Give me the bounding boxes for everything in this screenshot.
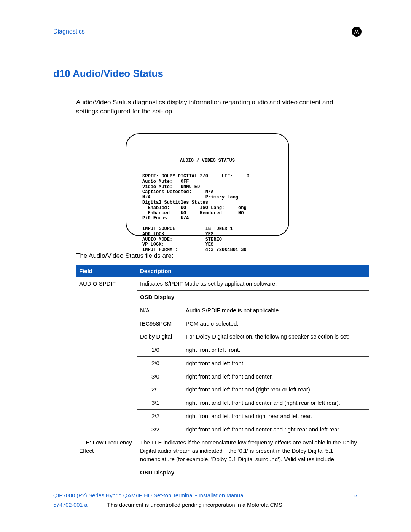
- footer-doc-title: QIP7000 (P2) Series Hybrid QAM/IP HD Set…: [53, 492, 245, 500]
- field-name: AUDIO SPDIF: [76, 277, 137, 290]
- osd-body: SPDIF: DOLBY DIGITAL 2/0 LFE: 0 Audio Mu…: [142, 174, 272, 253]
- subtable-key: IEC958PCM: [140, 320, 186, 328]
- field-description: The LFE indicates if the nomenclature lo…: [137, 436, 369, 466]
- subtable-value: right front and left front and center.: [186, 372, 361, 381]
- subtable-value: right front and left front and center an…: [186, 425, 361, 434]
- subtable-value: For Dolby Digital selection, the followi…: [186, 332, 361, 341]
- section-intro: Audio/Video Status diagnostics display i…: [76, 98, 346, 117]
- subtable-row: Dolby DigitalFor Dolby Digital selection…: [137, 330, 369, 343]
- subtable-row: IEC958PCMPCM audio selected.: [137, 317, 369, 330]
- subtable-row: 1/0right front or left front.: [137, 343, 369, 357]
- footer-page-number: 57: [352, 492, 358, 500]
- subtable-key: 2/1: [140, 385, 186, 394]
- subtable-key: Dolby Digital: [140, 332, 186, 341]
- osd-title: AUDIO / VIDEO STATUS: [142, 158, 272, 164]
- subtable-key: 1/0: [140, 346, 186, 354]
- subtable-row: N/AAudio S/PDIF mode is not applicable.: [137, 304, 369, 317]
- subtable-value: right front and left front.: [186, 359, 361, 367]
- subtable-value: right front and left front and (right re…: [186, 385, 361, 394]
- field-name: LFE: Low Frequency Effect: [76, 436, 137, 466]
- footer-doc-number: 574702-001 a: [53, 501, 88, 509]
- subtable-value: Audio S/PDIF mode is not applicable.: [186, 306, 361, 315]
- subtable-row: 2/0right front and left front.: [137, 356, 369, 370]
- subtable-key: 3/0: [140, 372, 186, 381]
- subtable-value: PCM audio selected.: [186, 320, 361, 328]
- osd-display-subheader: OSD Display: [137, 466, 369, 479]
- subtable-key: 2/2: [140, 412, 186, 420]
- subtable-key: 3/1: [140, 399, 186, 407]
- page-footer: QIP7000 (P2) Series Hybrid QAM/IP HD Set…: [53, 492, 358, 509]
- col-header-description: Description: [137, 265, 369, 278]
- subtable-value: right front and left front and center an…: [186, 399, 361, 407]
- page-header: Diagnostics: [53, 27, 362, 40]
- section-title: d10 Audio/Video Status: [53, 67, 362, 81]
- col-header-field: Field: [76, 265, 137, 278]
- osd-display-panel: AUDIO / VIDEO STATUS SPDIF: DOLBY DIGITA…: [126, 133, 289, 236]
- fields-table: Field Description AUDIO SPDIFIndicates S…: [76, 265, 369, 479]
- osd-display-subheader: OSD Display: [137, 291, 369, 304]
- subtable-key: 2/0: [140, 359, 186, 367]
- footer-disclaimer: This document is uncontrolled pending in…: [107, 501, 282, 509]
- subtable-key: 3/2: [140, 425, 186, 434]
- subtable-row: 3/0right front and left front and center…: [137, 370, 369, 383]
- subtable-value: right front or left front.: [186, 346, 361, 354]
- subtable-row: 2/2right front and left front and right …: [137, 409, 369, 423]
- subtable-key: N/A: [140, 306, 186, 315]
- breadcrumb: Diagnostics: [53, 27, 85, 36]
- motorola-logo-icon: [352, 27, 362, 37]
- field-description: Indicates S/PDIF Mode as set by applicat…: [137, 277, 369, 290]
- subtable-row: 3/1right front and left front and center…: [137, 396, 369, 410]
- subtable-row: 3/2right front and left front and center…: [137, 423, 369, 436]
- subtable-row: 2/1right front and left front and (right…: [137, 383, 369, 396]
- subtable-value: right front and left front and right rea…: [186, 412, 361, 420]
